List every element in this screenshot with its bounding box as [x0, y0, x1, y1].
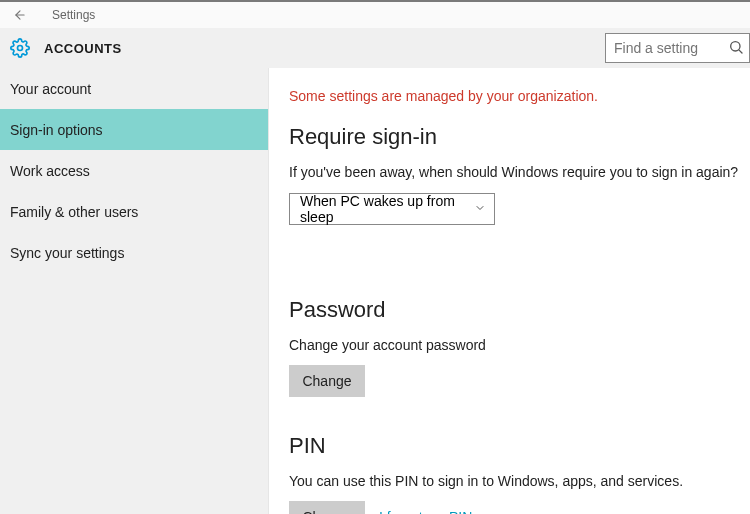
sidebar: Your account Sign-in options Work access…	[0, 68, 269, 514]
chevron-down-icon	[474, 201, 486, 217]
sidebar-item-label: Your account	[10, 81, 91, 97]
arrow-left-icon	[13, 8, 27, 22]
require-signin-select[interactable]: When PC wakes up from sleep	[289, 193, 495, 225]
managed-notice: Some settings are managed by your organi…	[289, 88, 750, 104]
window-title: Settings	[52, 8, 95, 22]
password-desc: Change your account password	[289, 337, 750, 353]
sidebar-item-family-other-users[interactable]: Family & other users	[0, 191, 268, 232]
require-signin-heading: Require sign-in	[289, 124, 750, 150]
back-button[interactable]	[8, 8, 32, 22]
password-section: Password Change your account password Ch…	[289, 297, 750, 397]
sidebar-item-your-account[interactable]: Your account	[0, 68, 268, 109]
titlebar: Settings	[0, 2, 750, 28]
content-area: Some settings are managed by your organi…	[269, 68, 750, 514]
password-heading: Password	[289, 297, 750, 323]
sidebar-item-label: Sign-in options	[10, 122, 103, 138]
sidebar-item-sign-in-options[interactable]: Sign-in options	[0, 109, 268, 150]
svg-point-1	[18, 46, 23, 51]
gear-icon	[8, 36, 32, 60]
require-signin-section: Require sign-in If you've been away, whe…	[289, 124, 750, 261]
sidebar-item-sync-settings[interactable]: Sync your settings	[0, 232, 268, 273]
pin-change-button[interactable]: Change	[289, 501, 365, 514]
pin-heading: PIN	[289, 433, 750, 459]
sidebar-item-label: Family & other users	[10, 204, 138, 220]
pin-desc: You can use this PIN to sign in to Windo…	[289, 473, 750, 489]
require-signin-desc: If you've been away, when should Windows…	[289, 164, 750, 180]
sidebar-item-work-access[interactable]: Work access	[0, 150, 268, 191]
section-title: ACCOUNTS	[44, 41, 122, 56]
sidebar-item-label: Work access	[10, 163, 90, 179]
sidebar-item-label: Sync your settings	[10, 245, 124, 261]
header: ACCOUNTS	[0, 28, 750, 68]
forgot-pin-link[interactable]: I forgot my PIN	[379, 509, 472, 514]
password-change-button[interactable]: Change	[289, 365, 365, 397]
pin-section: PIN You can use this PIN to sign in to W…	[289, 433, 750, 514]
search-box[interactable]	[605, 33, 750, 63]
select-value: When PC wakes up from sleep	[300, 193, 466, 225]
search-input[interactable]	[605, 33, 750, 63]
